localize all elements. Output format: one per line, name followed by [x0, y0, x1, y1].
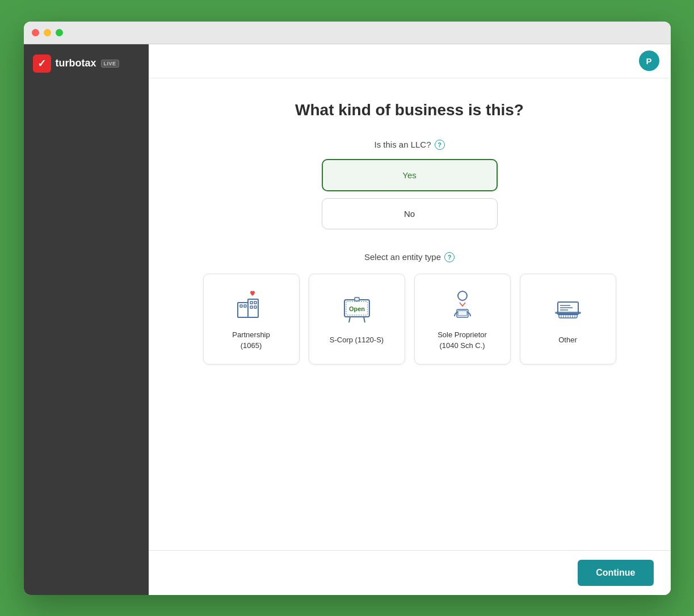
scorp-label: S-Corp (1120-S)	[330, 335, 384, 345]
logo-area: ✓ turbotax LIVE	[24, 44, 149, 83]
top-header: P	[149, 44, 671, 78]
entity-section: Select an entity type ?	[194, 252, 625, 364]
entity-card-sole-proprietor[interactable]: Sole Proprietor(1040 Sch C.)	[414, 274, 511, 364]
entity-card-scorp[interactable]: Open S-Corp (1120-S)	[309, 274, 405, 364]
entity-card-partnership[interactable]: Partnership(1065)	[203, 274, 300, 364]
partnership-label: Partnership(1065)	[232, 330, 270, 350]
turbotax-logo-icon: ✓	[33, 55, 51, 73]
continue-button[interactable]: Continue	[578, 560, 653, 586]
footer: Continue	[149, 550, 671, 595]
other-icon	[550, 292, 586, 328]
maximize-button[interactable]	[56, 29, 63, 36]
svg-text:Open: Open	[348, 305, 364, 312]
svg-rect-5	[254, 301, 256, 304]
page-title: What kind of business is this?	[295, 101, 524, 119]
svg-rect-16	[458, 311, 467, 316]
entity-help-icon[interactable]: ?	[444, 252, 455, 262]
close-button[interactable]	[32, 29, 39, 36]
svg-line-11	[349, 317, 350, 322]
main-area: P What kind of business is this? Is this…	[149, 44, 671, 595]
partnership-icon	[233, 287, 270, 323]
sole-proprietor-icon	[444, 287, 481, 323]
scorp-icon: Open	[339, 292, 375, 328]
app-window: ✓ turbotax LIVE P What kind of business …	[24, 22, 671, 595]
avatar[interactable]: P	[639, 51, 659, 71]
turbotax-logo-text: turbotax	[56, 57, 96, 69]
main-content: What kind of business is this? Is this a…	[149, 78, 671, 550]
titlebar	[24, 22, 671, 44]
entity-question-label: Select an entity type ?	[194, 252, 625, 262]
yes-button[interactable]: Yes	[322, 159, 498, 191]
sole-proprietor-label: Sole Proprietor(1040 Sch C.)	[438, 330, 487, 350]
app-layout: ✓ turbotax LIVE P What kind of business …	[24, 44, 671, 595]
live-badge: LIVE	[101, 60, 119, 68]
entity-card-other[interactable]: Other	[520, 274, 616, 364]
no-button[interactable]: No	[322, 198, 498, 229]
llc-question-label: Is this an LLC? ?	[374, 140, 444, 150]
svg-point-14	[458, 291, 467, 300]
svg-rect-10	[355, 297, 359, 301]
other-label: Other	[558, 335, 577, 345]
entity-cards-container: Partnership(1065) Open	[194, 274, 625, 364]
sidebar: ✓ turbotax LIVE	[24, 44, 149, 595]
svg-rect-4	[250, 301, 253, 304]
minimize-button[interactable]	[44, 29, 51, 36]
llc-help-icon[interactable]: ?	[435, 140, 445, 150]
svg-rect-2	[240, 305, 242, 307]
yes-no-group: Yes No	[322, 159, 498, 229]
svg-rect-6	[250, 306, 253, 308]
svg-line-12	[364, 317, 365, 322]
svg-rect-3	[244, 305, 246, 307]
svg-rect-7	[254, 306, 256, 308]
